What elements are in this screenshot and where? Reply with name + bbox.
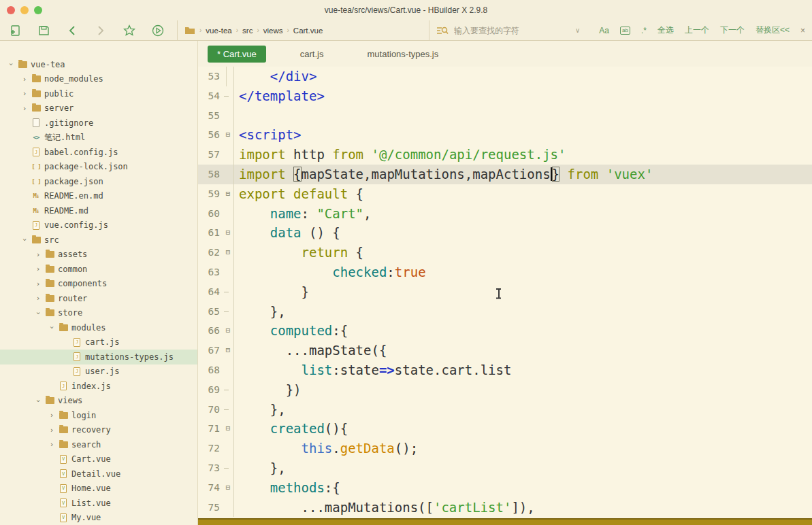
search-input[interactable]	[454, 26, 570, 35]
tree-item-README.md[interactable]: M↓README.md	[0, 203, 197, 218]
new-file-button[interactable]	[8, 24, 22, 37]
tree-item-Cart.vue[interactable]: VCart.vue	[0, 452, 197, 467]
regex-button[interactable]: .*	[641, 26, 647, 35]
fold-marker-icon[interactable]: ⊟	[223, 184, 233, 204]
select-all-button[interactable]: 全选	[657, 24, 674, 36]
code-line-74[interactable]: 74⊟ methods:{	[198, 478, 812, 498]
code-line-68[interactable]: 68 list:state=>state.cart.list	[198, 360, 812, 380]
tree-item-src[interactable]: ›src	[0, 233, 197, 248]
fold-marker-icon[interactable]: ⊟	[223, 478, 233, 498]
tree-item-package-lock.json[interactable]: [ ]package-lock.json	[0, 160, 197, 175]
chevron-down-icon[interactable]: ∨	[575, 27, 580, 34]
back-button[interactable]	[65, 24, 79, 37]
editor-tab-cart.js[interactable]: cart.js	[291, 46, 334, 63]
tree-item-vue-tea[interactable]: ›vue-tea	[0, 57, 197, 72]
editor-tab-mutations-types.js[interactable]: mutations-types.js	[357, 46, 448, 63]
chevron-closed-icon[interactable]: ›	[46, 411, 57, 419]
code-line-62[interactable]: 62⊟ return {	[198, 243, 812, 262]
breadcrumb-item[interactable]: views	[263, 27, 283, 35]
fold-marker-icon[interactable]: ⊟	[223, 419, 233, 439]
tree-item-.gitignore[interactable]: .gitignore	[0, 116, 197, 131]
chevron-open-icon[interactable]: ›	[35, 307, 42, 318]
code-line-69[interactable]: 69 })	[198, 380, 812, 400]
tree-item-List.vue[interactable]: VList.vue	[0, 496, 197, 511]
chevron-closed-icon[interactable]: ›	[33, 251, 44, 258]
tree-item-views[interactable]: ›views	[0, 394, 197, 409]
code-line-55[interactable]: 55	[198, 106, 812, 126]
chevron-closed-icon[interactable]: ›	[33, 294, 44, 302]
fold-marker-icon[interactable]: ⊟	[223, 223, 233, 243]
tree-item-mutations-types.js[interactable]: Jmutations-types.js	[0, 350, 197, 365]
chevron-closed-icon[interactable]: ›	[19, 90, 30, 97]
breadcrumb-item[interactable]: vue-tea	[206, 27, 231, 35]
chevron-closed-icon[interactable]: ›	[46, 441, 57, 448]
code-line-64[interactable]: 64 }	[198, 282, 812, 302]
code-line-58[interactable]: 58import {mapState,mapMutations,mapActio…	[198, 165, 812, 184]
tree-item-user.js[interactable]: Juser.js	[0, 365, 197, 379]
tree-item-node_modules[interactable]: ›node_modules	[0, 72, 197, 87]
chevron-open-icon[interactable]: ›	[48, 322, 56, 333]
chevron-open-icon[interactable]: ›	[7, 59, 15, 70]
chevron-closed-icon[interactable]: ›	[46, 426, 57, 434]
replace-panel-button[interactable]: 替换区<<	[756, 24, 790, 36]
tree-item-router[interactable]: ›router	[0, 291, 197, 306]
code-line-57[interactable]: 57import http from '@/common/api/request…	[198, 145, 812, 165]
tree-item-store[interactable]: ›store	[0, 306, 197, 321]
code-line-56[interactable]: 56⊟<script>	[198, 125, 812, 145]
tree-item-Detail.vue[interactable]: VDetail.vue	[0, 467, 197, 481]
fold-marker-icon[interactable]: ⊟	[223, 243, 233, 262]
chevron-closed-icon[interactable]: ›	[33, 280, 44, 288]
close-search-button[interactable]: ×	[800, 26, 805, 35]
code-line-66[interactable]: 66⊟ computed:{	[198, 321, 812, 341]
code-line-65[interactable]: 65 },	[198, 302, 812, 322]
code-line-60[interactable]: 60 name: "Cart",	[198, 204, 812, 224]
chevron-open-icon[interactable]: ›	[35, 395, 42, 406]
tree-item-server[interactable]: ›server	[0, 101, 197, 116]
code-line-70[interactable]: 70 },	[198, 400, 812, 420]
fold-marker-icon[interactable]: ⊟	[223, 321, 233, 341]
previous-button[interactable]: 上一个	[685, 24, 709, 36]
code-line-54[interactable]: 54</template>	[198, 86, 812, 106]
tree-item-cart.js[interactable]: Jcart.js	[0, 335, 197, 350]
chevron-open-icon[interactable]: ›	[21, 235, 29, 245]
tree-item-login[interactable]: ›login	[0, 408, 197, 423]
chevron-closed-icon[interactable]: ›	[33, 265, 44, 273]
favorite-button[interactable]	[123, 24, 136, 37]
code-line-63[interactable]: 63 checked:true	[198, 262, 812, 282]
code-line-71[interactable]: 71⊟ created(){	[198, 419, 812, 439]
breadcrumb-item[interactable]: src	[242, 27, 253, 35]
code-line-72[interactable]: 72 this.getData();	[198, 439, 812, 458]
tree-item-My.vue[interactable]: VMy.vue	[0, 511, 197, 525]
editor-tab--Cart.vue[interactable]: * Cart.vue	[208, 46, 266, 63]
next-button[interactable]: 下一个	[720, 24, 745, 36]
code-line-59[interactable]: 59⊟export default {	[198, 184, 812, 204]
tree-item-modules[interactable]: ›modules	[0, 320, 197, 335]
tree-item-assets[interactable]: ›assets	[0, 248, 197, 262]
fold-marker-icon[interactable]: ⊟	[223, 341, 233, 360]
tree-item-components[interactable]: ›components	[0, 277, 197, 292]
tree-item-search[interactable]: ›search	[0, 437, 197, 452]
run-button[interactable]	[151, 24, 165, 37]
code-line-73[interactable]: 73 },	[198, 458, 812, 478]
chevron-closed-icon[interactable]: ›	[19, 105, 30, 112]
code-line-53[interactable]: 53 </div>	[198, 67, 812, 86]
code-editor[interactable]: 53 </div>54</template>5556⊟<script>57imp…	[198, 67, 812, 518]
tree-item-package.json[interactable]: [ ]package.json	[0, 174, 197, 189]
whole-word-button[interactable]: ab	[620, 27, 630, 35]
tree-item-babel.config.js[interactable]: Jbabel.config.js	[0, 145, 197, 160]
code-line-67[interactable]: 67⊟ ...mapState({	[198, 341, 812, 360]
tree-item--.html[interactable]: <>笔记.html	[0, 131, 197, 146]
tree-item-index.js[interactable]: Jindex.js	[0, 379, 197, 394]
chevron-closed-icon[interactable]: ›	[19, 75, 30, 83]
code-line-61[interactable]: 61⊟ data () {	[198, 223, 812, 243]
tree-item-README.en.md[interactable]: M↓README.en.md	[0, 189, 197, 204]
tree-item-public[interactable]: ›public	[0, 86, 197, 101]
save-button[interactable]	[37, 24, 50, 37]
breadcrumb-item[interactable]: Cart.vue	[293, 27, 323, 35]
fold-marker-icon[interactable]: ⊟	[223, 125, 233, 145]
tree-item-recovery[interactable]: ›recovery	[0, 423, 197, 438]
tree-item-Home.vue[interactable]: VHome.vue	[0, 481, 197, 496]
tree-item-vue.config.js[interactable]: Jvue.config.js	[0, 218, 197, 233]
tree-item-common[interactable]: ›common	[0, 262, 197, 277]
match-case-button[interactable]: Aa	[599, 26, 609, 35]
